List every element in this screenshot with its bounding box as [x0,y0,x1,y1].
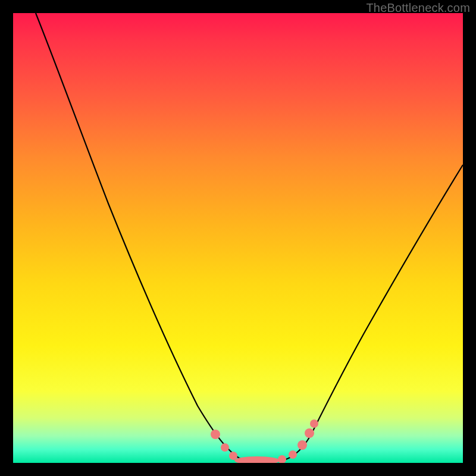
highlight-dots [211,419,318,463]
svg-point-4 [278,455,286,463]
plot-area [13,13,463,463]
chart-frame: TheBottleneck.com [0,0,476,476]
svg-point-3 [234,456,280,463]
svg-point-6 [298,440,307,450]
svg-point-1 [221,443,229,452]
svg-point-7 [305,428,314,438]
svg-point-2 [229,452,237,460]
curve-layer [13,13,463,463]
svg-point-5 [289,450,297,459]
svg-point-8 [310,419,318,428]
bottleneck-curve [36,13,463,461]
svg-point-0 [211,430,220,439]
